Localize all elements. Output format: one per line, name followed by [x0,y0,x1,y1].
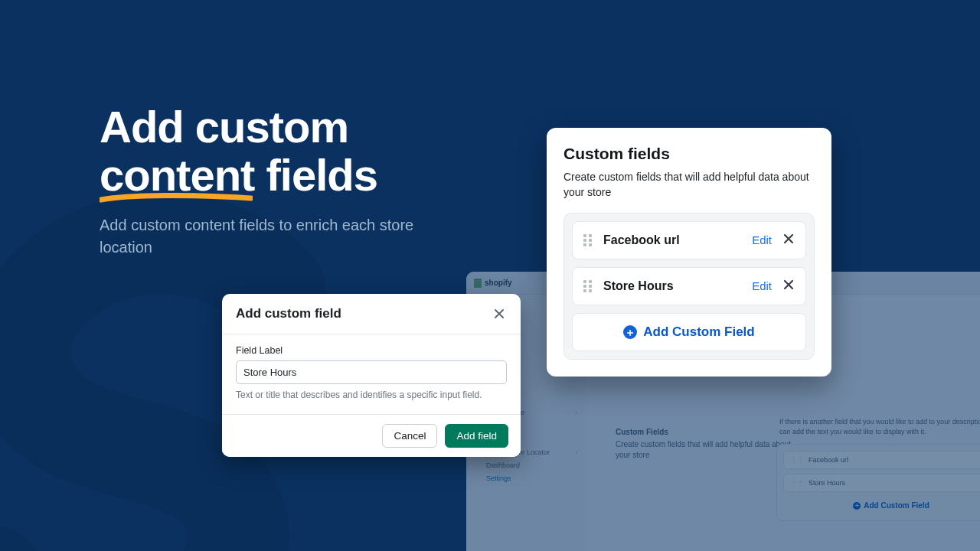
remove-icon[interactable] [782,233,795,248]
hero-headline: Add custom content fields [100,103,377,199]
field-row-name: Store Hours [603,279,752,293]
add-field-button[interactable]: Add field [445,424,508,448]
field-label-caption: Field Label [236,345,507,356]
modal-title: Add custom field [236,306,341,321]
field-label-input[interactable] [236,360,507,384]
hero-subhead: Add custom content fields to enrich each… [100,214,436,259]
add-custom-field-label: Add Custom Field [643,324,754,340]
close-icon[interactable] [492,306,507,321]
cancel-button[interactable]: Cancel [382,424,437,448]
remove-icon[interactable] [782,279,795,294]
edit-link[interactable]: Edit [752,279,772,292]
headline-underlined-word: content [100,150,254,200]
card-title: Custom fields [564,145,815,163]
card-description: Create custom fields that will add helpf… [564,169,815,201]
card-field-list: Facebook url Edit Store Hours Edit ＋ Add… [564,213,815,360]
add-custom-field-modal: Add custom field Field Label Text or tit… [222,294,521,457]
field-row: Facebook url Edit [572,221,806,259]
add-custom-field-button[interactable]: ＋ Add Custom Field [572,313,806,351]
field-help-text: Text or title that describes and identif… [236,390,507,400]
drag-handle-icon[interactable] [583,234,594,246]
field-row: Store Hours Edit [572,267,806,305]
field-row-name: Facebook url [603,233,752,247]
custom-fields-card: Custom fields Create custom fields that … [547,128,831,377]
scribble-underline-icon [100,193,253,204]
headline-line2-rest: fields [254,150,377,200]
plus-circle-icon: ＋ [623,325,637,339]
drag-handle-icon[interactable] [583,280,594,292]
headline-line1: Add custom [100,102,348,152]
edit-link[interactable]: Edit [752,233,772,246]
